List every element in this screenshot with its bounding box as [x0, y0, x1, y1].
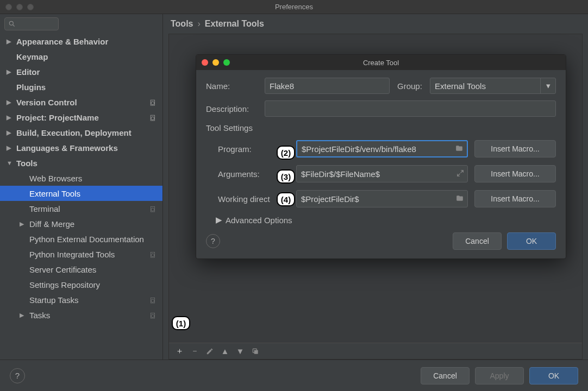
- breadcrumb-root[interactable]: Tools: [171, 19, 193, 29]
- dialog-ok-button[interactable]: OK: [507, 232, 556, 250]
- sidebar-item[interactable]: ▶Build, Execution, Deployment: [0, 125, 162, 140]
- expand-icon[interactable]: [456, 169, 464, 179]
- group-select[interactable]: External Tools ▾: [430, 78, 556, 94]
- search-icon: [8, 20, 16, 28]
- sidebar: ▶Appearance & BehaviorKeymap▶EditorPlugi…: [0, 14, 163, 360]
- program-insert-macro-button[interactable]: Insert Macro...: [474, 140, 556, 157]
- arguments-value: $FileDir$/$FileName$: [301, 169, 380, 179]
- chevron-right-icon: ▶: [216, 215, 222, 225]
- sidebar-item[interactable]: ▶Appearance & Behavior: [0, 34, 162, 49]
- arguments-insert-macro-button[interactable]: Insert Macro...: [474, 165, 556, 182]
- titlebar: Preferences: [0, 0, 588, 14]
- copy-button[interactable]: [251, 346, 260, 356]
- svg-point-0: [9, 21, 13, 25]
- name-field[interactable]: [265, 78, 390, 94]
- remove-button[interactable]: －: [190, 346, 199, 356]
- sidebar-item[interactable]: Web Browsers: [0, 171, 162, 186]
- group-label: Group:: [397, 81, 430, 91]
- sidebar-item[interactable]: ▶Languages & Frameworks: [0, 140, 162, 155]
- pref-apply-button[interactable]: Apply: [475, 367, 524, 384]
- breadcrumb-sep: ›: [197, 19, 200, 29]
- dialog-cancel-button[interactable]: Cancel: [453, 232, 502, 250]
- tool-settings-header: Tool Settings: [206, 123, 556, 133]
- dialog-help-button[interactable]: ?: [206, 234, 220, 248]
- svg-rect-2: [254, 350, 258, 354]
- down-button[interactable]: ▼: [235, 346, 245, 356]
- program-field[interactable]: $ProjectFileDir$/venv/bin/flake8: [296, 140, 468, 157]
- callout-4: (4): [277, 192, 295, 206]
- advanced-options-label: Advanced Options: [226, 216, 292, 225]
- description-label: Description:: [206, 104, 265, 113]
- settings-tree: ▶Appearance & BehaviorKeymap▶EditorPlugi…: [0, 34, 162, 360]
- folder-icon[interactable]: [455, 194, 464, 204]
- folder-icon[interactable]: [455, 144, 464, 154]
- workdir-field[interactable]: $ProjectFileDir$: [296, 190, 468, 207]
- pref-cancel-button[interactable]: Cancel: [421, 367, 470, 384]
- sidebar-item[interactable]: ▶Tasks⌼: [0, 307, 162, 323]
- svg-line-1: [13, 25, 15, 27]
- sidebar-item[interactable]: Settings Repository: [0, 277, 162, 292]
- sidebar-item[interactable]: ▶Version Control⌼: [0, 94, 162, 110]
- sidebar-item[interactable]: Terminal⌼: [0, 201, 162, 216]
- workdir-value: $ProjectFileDir$: [301, 194, 359, 204]
- search-input[interactable]: [4, 17, 59, 30]
- program-value: $ProjectFileDir$/venv/bin/flake8: [302, 144, 416, 154]
- group-dropdown-button[interactable]: ▾: [540, 78, 555, 94]
- name-label: Name:: [206, 81, 265, 91]
- pencil-icon: [206, 348, 214, 355]
- sidebar-item[interactable]: ▶Project: ProjectName⌼: [0, 110, 162, 125]
- chevron-down-icon: ▾: [546, 81, 551, 91]
- workdir-insert-macro-button[interactable]: Insert Macro...: [474, 190, 556, 207]
- callout-1: (1): [172, 316, 190, 330]
- add-button[interactable]: ＋: [174, 346, 184, 356]
- callout-3: (3): [277, 169, 295, 184]
- pref-ok-button[interactable]: OK: [529, 367, 578, 384]
- advanced-options-toggle[interactable]: ▶ Advanced Options: [216, 215, 556, 225]
- sidebar-item[interactable]: Keymap: [0, 49, 162, 64]
- sidebar-item[interactable]: ▶Editor: [0, 64, 162, 79]
- description-field[interactable]: [265, 100, 556, 117]
- name-input[interactable]: [270, 81, 385, 91]
- sidebar-item[interactable]: Plugins: [0, 79, 162, 94]
- sidebar-item[interactable]: Python Integrated Tools⌼: [0, 247, 162, 262]
- sidebar-item[interactable]: External Tools: [0, 186, 162, 201]
- dialog-title: Create Tool: [196, 59, 566, 67]
- preferences-footer: ? Cancel Apply OK: [0, 360, 588, 391]
- sidebar-item[interactable]: Server Certificates: [0, 262, 162, 277]
- breadcrumb-current: External Tools: [205, 19, 264, 29]
- callout-2: (2): [277, 146, 295, 160]
- copy-icon: [252, 348, 259, 355]
- create-tool-dialog: Create Tool Name: Group: External Tools …: [196, 54, 566, 259]
- sidebar-item[interactable]: Startup Tasks⌼: [0, 292, 162, 307]
- up-button[interactable]: ▲: [220, 346, 230, 356]
- sidebar-item[interactable]: ▼Tools: [0, 155, 162, 171]
- help-button[interactable]: ?: [10, 368, 25, 383]
- breadcrumb: Tools › External Tools: [163, 14, 588, 34]
- sidebar-item[interactable]: ▶Diff & Merge: [0, 216, 162, 231]
- dialog-titlebar: Create Tool: [196, 55, 566, 70]
- window-title: Preferences: [0, 3, 588, 11]
- panel-toolbar: ＋ － ▲ ▼: [169, 343, 582, 359]
- arguments-field[interactable]: $FileDir$/$FileName$: [296, 165, 468, 182]
- edit-button[interactable]: [205, 346, 215, 356]
- description-input[interactable]: [270, 104, 551, 113]
- sidebar-item[interactable]: Python External Documentation: [0, 231, 162, 247]
- group-value: External Tools: [435, 81, 486, 91]
